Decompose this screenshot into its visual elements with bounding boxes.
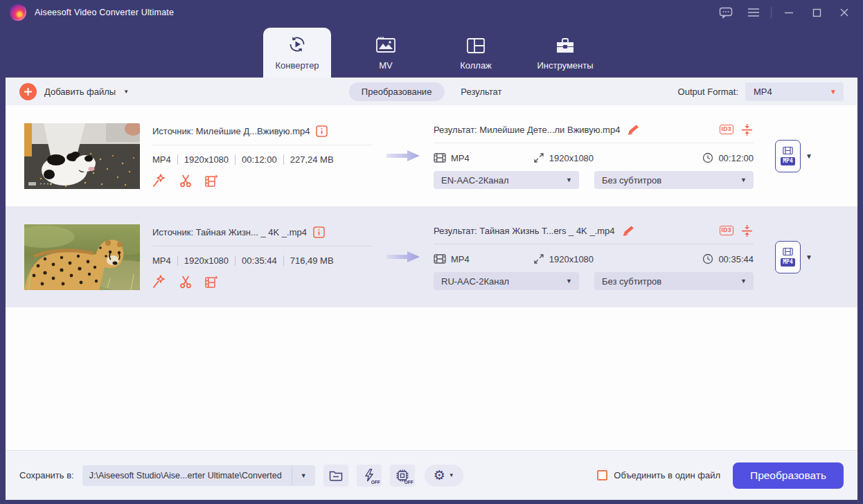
content-frame: Добавить файлы ▼ Преобразование Результа… [6,78,857,500]
rename-button[interactable] [627,124,639,135]
info-button[interactable] [313,226,325,238]
film-icon [783,247,793,256]
wand-icon [152,275,167,289]
dropdown-arrow-icon: ▼ [830,88,837,96]
save-path-select[interactable]: J:\Aiseesoft Studio\Aise...erter Ultimat… [82,465,315,486]
video-thumbnail [24,123,140,189]
merge-label: Объединить в один файл [614,470,720,480]
hardware-accel-button[interactable]: OFF [357,465,382,487]
meta-size: 716,49 MB [283,255,334,266]
result-block: Результат: Тайная Жизнь Т...ers _ 4K _.m… [434,224,754,290]
view-result-tab[interactable]: Результат [461,87,501,97]
result-filename: Результат: Тайная Жизнь Т...ers _ 4K _.m… [434,226,615,236]
gpu-accel-button[interactable]: OFF [390,465,415,487]
enhance-button[interactable] [204,275,219,289]
app-logo-icon [10,4,26,21]
dropdown-arrow-icon[interactable]: ▼ [292,465,315,486]
feedback-button[interactable] [715,3,736,21]
out-format: MP4 [451,254,470,264]
out-duration: 00:12:00 [718,153,754,163]
view-convert-tab[interactable]: Преобразование [349,82,445,101]
dropdown-arrow-icon: ▼ [449,472,454,478]
minimize-button[interactable] [779,3,799,21]
dropdown-arrow-icon: ▼ [566,177,572,183]
gear-icon: ⚙ [434,469,445,482]
audio-track-select[interactable]: EN-AAC-2Канал ▼ [434,171,579,189]
app-window: Aiseesoft Video Converter Ultimate [0,0,863,504]
pencil-icon [627,124,639,135]
meta-duration: 00:12:00 [235,154,277,165]
subtitle-select[interactable]: Без субтитров ▼ [594,272,754,290]
pencil-icon [622,225,634,236]
add-files-label: Добавить файлы [44,87,116,97]
format-button[interactable]: MP4 [775,241,801,273]
dropdown-arrow-icon: ▼ [123,89,129,95]
settings-button[interactable]: ⚙ ▼ [425,465,463,487]
output-format-label: Output Format: [678,87,738,97]
edit-button[interactable] [152,275,167,289]
convert-button[interactable]: Преобразовать [733,462,844,489]
output-format-select[interactable]: MP4 ▼ [745,82,844,101]
expand-icon [533,253,544,264]
converter-icon [287,35,308,54]
id3-button[interactable]: ID3 [720,226,733,235]
bottombar: Сохранить в: J:\Aiseesoft Studio\Aise...… [6,450,857,500]
minimize-icon [784,8,794,17]
meta-format: MP4 [152,154,171,165]
close-button[interactable] [834,3,855,21]
meta-duration: 00:35:44 [235,255,277,266]
format-badge: MP4 [781,157,794,165]
film-icon [434,254,446,264]
convert-arrow-icon [385,148,421,163]
file-row[interactable]: Источник: Милейшие Д...Вживую.mp4 MP4 19… [6,105,857,206]
cut-button[interactable] [179,174,193,188]
menu-icon [747,8,760,17]
info-button[interactable] [316,125,328,137]
compress-icon [740,224,754,237]
compress-button[interactable] [740,123,754,136]
tab-bar: Конвертер MV Коллаж [0,25,863,78]
add-files-button[interactable]: Добавить файлы ▼ [19,83,129,100]
source-filename: Источник: Тайная Жизн... _ 4K _.mp4 [152,227,307,237]
enhance-button[interactable] [204,174,219,188]
result-filename: Результат: Милейшие Дете...ли Вживую.mp4 [434,125,620,135]
merge-checkbox[interactable] [597,470,607,480]
tab-converter[interactable]: Конвертер [263,28,331,78]
menu-button[interactable] [743,3,764,21]
open-folder-button[interactable] [323,465,348,487]
dropdown-arrow-icon[interactable]: ▼ [806,152,812,160]
cut-icon [179,174,193,188]
out-duration: 00:35:44 [718,254,754,264]
tab-mv[interactable]: MV [341,28,430,78]
id3-button[interactable]: ID3 [720,125,733,134]
output-format-value: MP4 [754,87,772,97]
subtitle-select[interactable]: Без субтитров ▼ [594,171,754,189]
out-format: MP4 [451,153,470,163]
titlebar: Aiseesoft Video Converter Ultimate [0,0,863,25]
meta-resolution: 1920x1080 [177,255,229,266]
tab-collage[interactable]: Коллаж [432,28,520,78]
tab-label: Инструменты [537,60,593,71]
rename-button[interactable] [622,225,634,236]
file-row[interactable]: Источник: Тайная Жизн... _ 4K _.mp4 MP4 … [6,206,857,307]
cut-button[interactable] [179,275,193,289]
meta-format: MP4 [152,255,171,266]
cut-icon [179,275,193,289]
maximize-button[interactable] [806,3,827,21]
compress-icon [740,123,754,136]
audio-track-select[interactable]: RU-AAC-2Канал ▼ [434,272,579,290]
out-resolution: 1920x1080 [549,254,594,264]
save-to-label: Сохранить в: [19,470,74,480]
app-title: Aiseesoft Video Converter Ultimate [35,8,174,17]
tab-tools[interactable]: Инструменты [521,28,610,78]
clock-icon [702,253,713,264]
compress-button[interactable] [740,224,754,237]
format-button[interactable]: MP4 [775,140,801,172]
tools-icon [555,35,575,54]
feedback-icon [719,7,733,19]
edit-button[interactable] [152,174,167,188]
dropdown-arrow-icon[interactable]: ▼ [806,253,812,261]
divider [152,145,373,145]
file-list: Источник: Милейшие Д...Вживую.mp4 MP4 19… [6,105,857,450]
mv-icon [375,35,396,54]
